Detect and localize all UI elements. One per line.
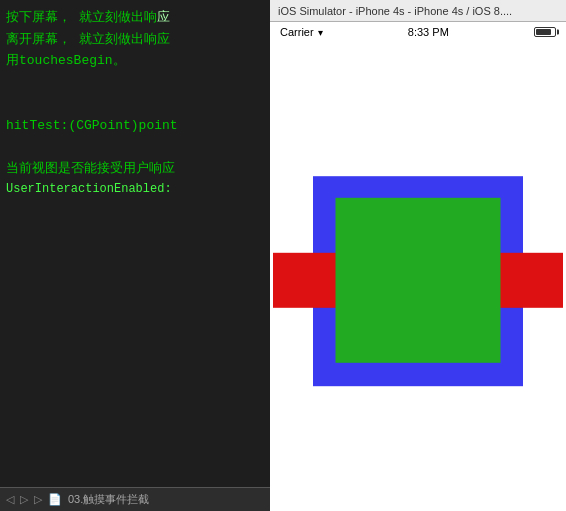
green-view-box[interactable] <box>336 197 501 362</box>
code-text: 用touchesBegin。 <box>6 51 126 71</box>
code-text: 按下屏幕， 就立刻做出响 <box>6 8 157 28</box>
file-label: 03.触摸事件拦截 <box>68 492 149 507</box>
nav-icon-2[interactable]: ▷ <box>20 493 28 506</box>
code-text: hitTest:(CGPoint)point <box>6 116 178 136</box>
battery-icon <box>534 27 556 37</box>
code-line-blank <box>6 73 264 93</box>
code-content: 按下屏幕， 就立刻做出响应 离开屏幕， 就立刻做出响应 用touchesBegi… <box>0 0 270 208</box>
simulator-title: iOS Simulator - iPhone 4s - iPhone 4s / … <box>278 5 512 17</box>
code-text: UserInteractionEnabled: <box>6 180 172 198</box>
code-line-7: UserInteractionEnabled: <box>6 180 264 198</box>
status-right <box>534 27 556 37</box>
wifi-icon: ▾ <box>318 27 323 38</box>
ios-screen[interactable]: Carrier ▾ 8:33 PM <box>270 22 566 511</box>
code-text: 当前视图是否能接受用户响应 <box>6 159 175 179</box>
code-editor-panel: 按下屏幕， 就立刻做出响应 离开屏幕， 就立刻做出响应 用touchesBegi… <box>0 0 270 511</box>
code-text-cont: 应 <box>157 8 170 28</box>
battery-fill <box>536 29 551 35</box>
simulator-titlebar: iOS Simulator - iPhone 4s - iPhone 4s / … <box>270 0 566 22</box>
file-icon: 📄 <box>48 493 62 506</box>
nav-icon-3[interactable]: ▷ <box>34 493 42 506</box>
code-line-1: 按下屏幕， 就立刻做出响应 <box>6 8 264 28</box>
nav-icon-1[interactable]: ◁ <box>6 493 14 506</box>
status-left: Carrier ▾ <box>280 26 323 38</box>
code-line-3: 用touchesBegin。 <box>6 51 264 71</box>
carrier-label: Carrier <box>280 26 314 38</box>
canvas-area <box>270 42 566 511</box>
ios-status-bar: Carrier ▾ 8:33 PM <box>270 22 566 42</box>
code-line-6: 当前视图是否能接受用户响应 <box>6 159 264 179</box>
code-line-4 <box>6 94 264 114</box>
code-line-5: hitTest:(CGPoint)point <box>6 116 264 136</box>
code-line-blank2 <box>6 137 264 157</box>
status-time: 8:33 PM <box>408 26 449 38</box>
editor-bottom-bar: ◁ ▷ ▷ 📄 03.触摸事件拦截 <box>0 487 270 511</box>
code-text <box>6 94 14 114</box>
ios-simulator-panel: iOS Simulator - iPhone 4s - iPhone 4s / … <box>270 0 566 511</box>
code-text: 离开屏幕， 就立刻做出响应 <box>6 30 170 50</box>
code-line-2: 离开屏幕， 就立刻做出响应 <box>6 30 264 50</box>
